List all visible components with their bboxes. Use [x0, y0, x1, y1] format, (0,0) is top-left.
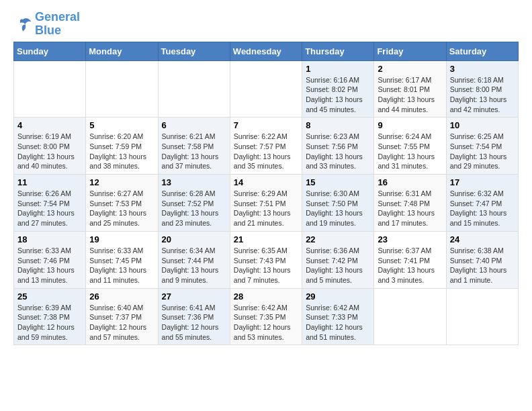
calendar-cell: 23Sunrise: 6:37 AM Sunset: 7:41 PM Dayli… [374, 231, 446, 288]
calendar-cell: 9Sunrise: 6:24 AM Sunset: 7:55 PM Daylig… [374, 118, 446, 175]
day-info: Sunrise: 6:23 AM Sunset: 7:56 PM Dayligh… [306, 132, 370, 171]
calendar-cell: 13Sunrise: 6:28 AM Sunset: 7:52 PM Dayli… [158, 175, 230, 232]
calendar-cell: 22Sunrise: 6:36 AM Sunset: 7:42 PM Dayli… [302, 231, 374, 288]
calendar-cell: 2Sunrise: 6:17 AM Sunset: 8:01 PM Daylig… [374, 60, 446, 118]
calendar-week-row: 4Sunrise: 6:19 AM Sunset: 8:00 PM Daylig… [14, 118, 519, 175]
logo-text: General Blue [35, 11, 80, 38]
day-info: Sunrise: 6:17 AM Sunset: 8:01 PM Dayligh… [378, 75, 442, 115]
day-number: 9 [378, 120, 442, 130]
calendar-cell: 17Sunrise: 6:32 AM Sunset: 7:47 PM Dayli… [446, 175, 518, 232]
day-number: 26 [89, 291, 154, 302]
day-number: 5 [89, 120, 154, 130]
calendar-cell: 20Sunrise: 6:34 AM Sunset: 7:44 PM Dayli… [158, 231, 230, 288]
day-number: 15 [306, 177, 370, 187]
calendar-body: 1Sunrise: 6:16 AM Sunset: 8:02 PM Daylig… [14, 60, 519, 345]
day-info: Sunrise: 6:20 AM Sunset: 7:59 PM Dayligh… [89, 132, 154, 171]
day-info: Sunrise: 6:42 AM Sunset: 7:33 PM Dayligh… [306, 303, 370, 342]
weekday-header: Tuesday [158, 42, 230, 60]
day-number: 29 [306, 291, 370, 302]
calendar-cell: 5Sunrise: 6:20 AM Sunset: 7:59 PM Daylig… [86, 118, 158, 175]
day-info: Sunrise: 6:42 AM Sunset: 7:35 PM Dayligh… [234, 303, 298, 342]
day-number: 10 [450, 120, 515, 130]
day-number: 16 [378, 177, 442, 187]
calendar-cell [230, 60, 302, 118]
day-info: Sunrise: 6:18 AM Sunset: 8:00 PM Dayligh… [450, 75, 515, 115]
calendar-week-row: 18Sunrise: 6:33 AM Sunset: 7:46 PM Dayli… [14, 231, 519, 288]
day-info: Sunrise: 6:37 AM Sunset: 7:41 PM Dayligh… [378, 246, 442, 285]
calendar-cell: 29Sunrise: 6:42 AM Sunset: 7:33 PM Dayli… [302, 288, 374, 345]
day-number: 19 [89, 234, 154, 244]
calendar-cell: 7Sunrise: 6:22 AM Sunset: 7:57 PM Daylig… [230, 118, 302, 175]
day-info: Sunrise: 6:34 AM Sunset: 7:44 PM Dayligh… [162, 246, 226, 285]
day-number: 27 [162, 291, 226, 302]
day-number: 14 [234, 177, 298, 187]
day-number: 13 [162, 177, 226, 187]
calendar-cell: 24Sunrise: 6:38 AM Sunset: 7:40 PM Dayli… [446, 231, 518, 288]
day-info: Sunrise: 6:39 AM Sunset: 7:38 PM Dayligh… [17, 303, 82, 342]
day-number: 22 [306, 234, 370, 244]
calendar-cell: 18Sunrise: 6:33 AM Sunset: 7:46 PM Dayli… [14, 231, 86, 288]
day-number: 6 [162, 120, 226, 130]
day-number: 11 [17, 177, 82, 187]
calendar-table: SundayMondayTuesdayWednesdayThursdayFrid… [13, 42, 519, 346]
day-info: Sunrise: 6:36 AM Sunset: 7:42 PM Dayligh… [306, 246, 370, 285]
calendar-cell: 14Sunrise: 6:29 AM Sunset: 7:51 PM Dayli… [230, 175, 302, 232]
calendar-cell: 1Sunrise: 6:16 AM Sunset: 8:02 PM Daylig… [302, 60, 374, 118]
day-number: 4 [17, 120, 82, 130]
day-number: 7 [234, 120, 298, 130]
day-number: 23 [378, 234, 442, 244]
calendar-week-row: 25Sunrise: 6:39 AM Sunset: 7:38 PM Dayli… [14, 288, 519, 345]
calendar-cell: 8Sunrise: 6:23 AM Sunset: 7:56 PM Daylig… [302, 118, 374, 175]
day-number: 18 [17, 234, 82, 244]
calendar-cell: 11Sunrise: 6:26 AM Sunset: 7:54 PM Dayli… [14, 175, 86, 232]
day-info: Sunrise: 6:40 AM Sunset: 7:37 PM Dayligh… [89, 303, 154, 342]
day-info: Sunrise: 6:31 AM Sunset: 7:48 PM Dayligh… [378, 189, 442, 228]
day-number: 20 [162, 234, 226, 244]
day-info: Sunrise: 6:22 AM Sunset: 7:57 PM Dayligh… [234, 132, 298, 171]
day-info: Sunrise: 6:33 AM Sunset: 7:45 PM Dayligh… [89, 246, 154, 285]
day-info: Sunrise: 6:26 AM Sunset: 7:54 PM Dayligh… [17, 189, 82, 228]
day-info: Sunrise: 6:32 AM Sunset: 7:47 PM Dayligh… [450, 189, 515, 228]
day-info: Sunrise: 6:21 AM Sunset: 7:58 PM Dayligh… [162, 132, 226, 171]
calendar-cell: 28Sunrise: 6:42 AM Sunset: 7:35 PM Dayli… [230, 288, 302, 345]
day-info: Sunrise: 6:29 AM Sunset: 7:51 PM Dayligh… [234, 189, 298, 228]
day-number: 3 [450, 64, 515, 74]
day-info: Sunrise: 6:33 AM Sunset: 7:46 PM Dayligh… [17, 246, 82, 285]
calendar-cell [446, 288, 518, 345]
calendar-cell: 27Sunrise: 6:41 AM Sunset: 7:36 PM Dayli… [158, 288, 230, 345]
calendar-cell: 6Sunrise: 6:21 AM Sunset: 7:58 PM Daylig… [158, 118, 230, 175]
weekday-header: Thursday [302, 42, 374, 60]
calendar-week-row: 11Sunrise: 6:26 AM Sunset: 7:54 PM Dayli… [14, 175, 519, 232]
day-number: 21 [234, 234, 298, 244]
day-info: Sunrise: 6:16 AM Sunset: 8:02 PM Dayligh… [306, 75, 370, 115]
day-number: 12 [89, 177, 154, 187]
day-info: Sunrise: 6:30 AM Sunset: 7:50 PM Dayligh… [306, 189, 370, 228]
day-info: Sunrise: 6:38 AM Sunset: 7:40 PM Dayligh… [450, 246, 515, 285]
calendar-cell [86, 60, 158, 118]
calendar-week-row: 1Sunrise: 6:16 AM Sunset: 8:02 PM Daylig… [14, 60, 519, 118]
day-info: Sunrise: 6:35 AM Sunset: 7:43 PM Dayligh… [234, 246, 298, 285]
calendar-cell: 15Sunrise: 6:30 AM Sunset: 7:50 PM Dayli… [302, 175, 374, 232]
weekday-header: Friday [374, 42, 446, 60]
day-number: 1 [306, 64, 370, 74]
calendar-cell: 16Sunrise: 6:31 AM Sunset: 7:48 PM Dayli… [374, 175, 446, 232]
calendar-cell [374, 288, 446, 345]
calendar-cell: 4Sunrise: 6:19 AM Sunset: 8:00 PM Daylig… [14, 118, 86, 175]
day-number: 24 [450, 234, 515, 244]
day-number: 17 [450, 177, 515, 187]
day-info: Sunrise: 6:28 AM Sunset: 7:52 PM Dayligh… [162, 189, 226, 228]
calendar-cell [14, 60, 86, 118]
day-number: 8 [306, 120, 370, 130]
weekday-header: Sunday [14, 42, 86, 60]
day-info: Sunrise: 6:19 AM Sunset: 8:00 PM Dayligh… [17, 132, 82, 171]
calendar-cell [158, 60, 230, 118]
day-info: Sunrise: 6:25 AM Sunset: 7:54 PM Dayligh… [450, 132, 515, 171]
day-info: Sunrise: 6:41 AM Sunset: 7:36 PM Dayligh… [162, 303, 226, 342]
calendar-cell: 19Sunrise: 6:33 AM Sunset: 7:45 PM Dayli… [86, 231, 158, 288]
day-number: 2 [378, 64, 442, 74]
logo-bird-icon [13, 15, 32, 34]
day-number: 25 [17, 291, 82, 302]
page-header: General Blue [13, 11, 519, 38]
day-info: Sunrise: 6:27 AM Sunset: 7:53 PM Dayligh… [89, 189, 154, 228]
day-number: 28 [234, 291, 298, 302]
